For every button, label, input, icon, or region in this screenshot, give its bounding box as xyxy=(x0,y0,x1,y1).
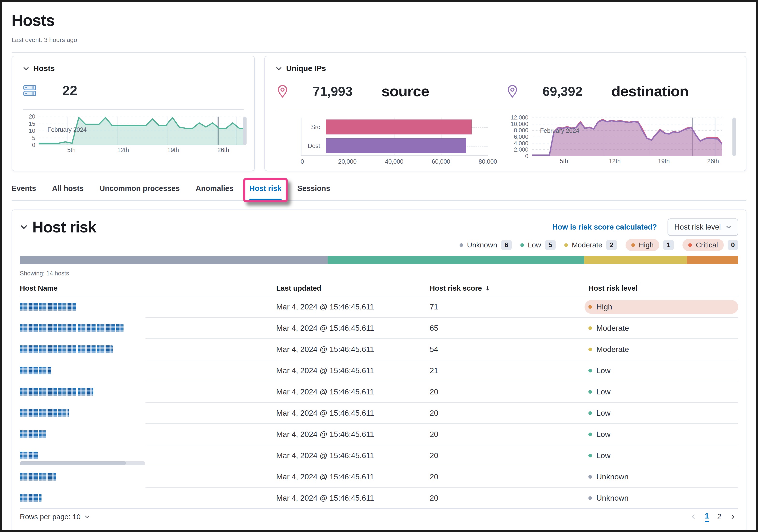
distribution-segment-low xyxy=(327,256,584,264)
legend-item: Unknown 6 xyxy=(460,239,512,251)
src-bar[interactable] xyxy=(326,120,472,134)
risk-level-dot xyxy=(520,243,524,247)
risk-level-cell: Low xyxy=(588,387,738,396)
risk-level-badge: Low xyxy=(588,430,738,439)
chart-scrollbar[interactable] xyxy=(243,117,247,145)
host-name-link-redacted[interactable] xyxy=(20,388,93,396)
tab-anomalies[interactable]: Anomalies xyxy=(196,184,233,200)
column-header-last-updated[interactable]: Last updated xyxy=(276,284,430,292)
source-label: source xyxy=(381,83,429,100)
bar-plot: Src. Dest. xyxy=(301,118,488,156)
horizontal-scrollbar[interactable] xyxy=(20,461,145,465)
risk-level-badge: Low xyxy=(588,408,738,418)
column-header-host-name[interactable]: Host Name xyxy=(20,284,276,292)
tab-uncommon-processes[interactable]: Uncommon processes xyxy=(100,184,180,200)
risk-level-cell: Unknown xyxy=(588,472,738,481)
sort-descending-icon xyxy=(484,285,491,291)
collapse-chevron-icon[interactable] xyxy=(276,65,282,72)
legend-item: Critical 0 xyxy=(682,239,738,251)
legend-pill-group: Critical xyxy=(682,239,724,251)
month-label: February 2024 xyxy=(540,127,579,134)
risk-level-badge: Low xyxy=(588,451,738,460)
storage-icon xyxy=(23,84,37,97)
host-name-cell xyxy=(20,345,276,353)
risk-level-badge: Unknown xyxy=(588,472,738,481)
risk-score-cell: 20 xyxy=(430,451,588,460)
collapse-chevron-icon[interactable] xyxy=(23,65,29,72)
column-header-risk-level[interactable]: Host risk level xyxy=(588,284,738,292)
filter-button-label: Host risk level xyxy=(674,223,721,231)
tab-sessions[interactable]: Sessions xyxy=(297,184,330,200)
month-label: February 2024 xyxy=(48,126,87,133)
unique-ips-kpi-card: Unique IPs 71,993 source 69,392 xyxy=(264,56,746,171)
risk-level-label: Unknown xyxy=(596,494,629,503)
last-event-text: Last event: 3 hours ago xyxy=(12,36,746,44)
host-name-link-redacted[interactable] xyxy=(20,367,51,374)
collapse-chevron-icon[interactable] xyxy=(20,223,28,231)
tab-events[interactable]: Events xyxy=(12,184,36,200)
host-risk-title-group[interactable]: Host risk xyxy=(20,218,96,236)
table-row: Mar 4, 2024 @ 15:46:45.611 20 Low xyxy=(20,381,738,402)
host-name-link-redacted[interactable] xyxy=(20,409,69,417)
hosts-card-header[interactable]: Hosts xyxy=(23,64,244,73)
risk-level-dot xyxy=(588,496,592,500)
area-chart-svg xyxy=(532,118,722,156)
unique-ips-card-header[interactable]: Unique IPs xyxy=(276,64,735,73)
risk-score-cell: 20 xyxy=(430,472,588,481)
src-axis-label: Src. xyxy=(301,124,326,130)
map-pin-icon-source xyxy=(276,84,290,98)
host-name-link-redacted[interactable] xyxy=(20,494,42,502)
hosts-area-chart: 20151050 5th12th19th26th February 2024 xyxy=(23,117,244,153)
risk-score-help-link[interactable]: How is risk score calculated? xyxy=(552,223,657,231)
risk-level-dot xyxy=(588,475,592,479)
map-pin-icon-destination xyxy=(505,84,519,98)
chart-plot: 5th12th19th26th February 2024 xyxy=(39,117,246,153)
legend-label: Low xyxy=(528,241,541,249)
host-name-link-redacted[interactable] xyxy=(20,324,123,332)
chart-scrollbar[interactable] xyxy=(733,118,736,156)
host-name-link-redacted[interactable] xyxy=(20,303,77,311)
tab-host-risk[interactable]: Host risk xyxy=(250,184,282,200)
host-name-link-redacted[interactable] xyxy=(20,452,38,459)
table-row: Mar 4, 2024 @ 15:46:45.611 21 Low xyxy=(20,360,738,381)
host-name-cell xyxy=(20,303,276,311)
rows-per-page-selector[interactable]: Rows per page: 10 xyxy=(20,513,90,521)
dest-bar-row: Dest. xyxy=(301,138,488,153)
host-name-link-redacted[interactable] xyxy=(20,345,113,353)
risk-score-header-label: Host risk score xyxy=(430,284,482,292)
host-name-link-redacted[interactable] xyxy=(20,430,46,438)
previous-page-icon[interactable] xyxy=(690,514,697,520)
column-header-risk-score[interactable]: Host risk score xyxy=(430,284,588,292)
risk-level-cell: Low xyxy=(588,451,738,460)
page-number-2[interactable]: 2 xyxy=(717,513,721,521)
host-name-link-redacted[interactable] xyxy=(20,473,56,480)
chart-plot: 5th12th19th26th February 2024 xyxy=(532,118,735,164)
page-number-1[interactable]: 1 xyxy=(705,512,709,522)
scrollbar-thumb[interactable] xyxy=(20,461,126,465)
risk-level-label: Low xyxy=(596,387,611,396)
ips-area-chart: 12,00010,0008,0006,0004,0002,0000 5th12t… xyxy=(505,118,735,164)
last-updated-cell: Mar 4, 2024 @ 15:46:45.611 xyxy=(276,324,430,333)
risk-score-cell: 71 xyxy=(430,302,588,311)
host-risk-controls: How is risk score calculated? Host risk … xyxy=(552,219,738,236)
legend-count-badge: 5 xyxy=(545,240,556,250)
page-title: Hosts xyxy=(12,11,746,29)
host-risk-level-filter-button[interactable]: Host risk level xyxy=(668,219,738,236)
tab-all-hosts[interactable]: All hosts xyxy=(52,184,84,200)
legend-pill-group: Low xyxy=(520,239,541,251)
next-page-icon[interactable] xyxy=(730,514,736,520)
risk-score-cell: 65 xyxy=(430,324,588,333)
last-updated-cell: Mar 4, 2024 @ 15:46:45.611 xyxy=(276,302,430,311)
dest-bar[interactable] xyxy=(326,138,466,153)
host-name-cell xyxy=(20,367,276,374)
host-name-cell xyxy=(20,452,276,459)
legend-label: Critical xyxy=(696,241,718,249)
legend-pill-group: Unknown xyxy=(460,239,497,251)
last-updated-cell: Mar 4, 2024 @ 15:46:45.611 xyxy=(276,345,430,354)
hosts-count: 22 xyxy=(62,83,77,98)
legend-count-badge: 0 xyxy=(728,240,738,250)
risk-level-dot xyxy=(588,369,592,372)
host-name-cell xyxy=(20,388,276,396)
risk-level-dot xyxy=(588,454,592,457)
host-name-cell xyxy=(20,409,276,417)
